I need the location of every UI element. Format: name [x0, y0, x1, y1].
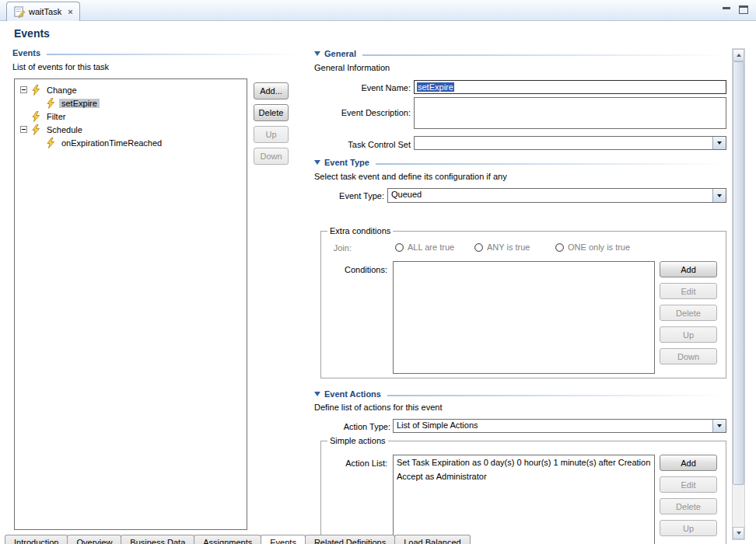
events-tree[interactable]: Change setExpire Filter Schedule onExpir… — [14, 78, 247, 530]
collapse-expander-icon[interactable] — [20, 86, 27, 93]
dropdown-arrow-icon[interactable] — [712, 189, 726, 202]
add-event-button[interactable]: Add... — [254, 82, 289, 99]
page-title: Events — [14, 27, 50, 40]
event-name-value: setExpire — [417, 82, 454, 92]
tree-item-onexpirationtimereached[interactable]: onExpirationTimeReached — [15, 136, 247, 149]
scroll-down-icon[interactable] — [733, 527, 744, 539]
delete-event-button[interactable]: Delete — [254, 104, 289, 121]
dropdown-arrow-icon[interactable] — [712, 137, 726, 149]
section-separator — [376, 163, 728, 165]
radio-icon[interactable] — [395, 243, 404, 252]
tree-item-label: Filter — [44, 112, 68, 121]
maximize-icon[interactable] — [739, 5, 748, 14]
actions-up-button[interactable]: Up — [660, 520, 717, 536]
section-separator — [362, 54, 728, 56]
event-lightning-icon — [45, 138, 56, 148]
event-actions-section-subtitle: Define list of actions for this event — [314, 403, 442, 412]
scroll-up-icon[interactable] — [733, 49, 744, 61]
tree-item-schedule[interactable]: Schedule — [15, 123, 247, 136]
tree-item-label: onExpirationTimeReached — [59, 138, 164, 148]
conditions-add-button[interactable]: Add — [660, 261, 717, 277]
tree-item-label: Schedule — [44, 125, 85, 134]
actions-add-button[interactable]: Add — [660, 455, 717, 471]
task-control-set-combo[interactable] — [414, 136, 726, 150]
task-control-set-value — [415, 137, 712, 149]
tab-close-icon[interactable]: × — [68, 7, 72, 16]
chevron-down-icon[interactable] — [314, 51, 320, 56]
tab-events[interactable]: Events — [261, 535, 306, 544]
action-list-item[interactable]: Set Task Expiration as 0 day(s) 0 hour(s… — [394, 455, 654, 469]
event-name-field[interactable]: setExpire — [414, 80, 726, 94]
action-type-combo[interactable]: List of Simple Actions — [393, 419, 726, 433]
event-type-section-subtitle: Select task event and define its configu… — [314, 172, 507, 181]
move-down-event-button[interactable]: Down — [254, 148, 289, 165]
conditions-delete-button[interactable]: Delete — [660, 305, 717, 321]
tab-related-definitions[interactable]: Related Definitions — [305, 535, 395, 544]
general-section-title: General — [324, 49, 356, 58]
conditions-label: Conditions: — [310, 265, 387, 274]
event-name-label: Event Name: — [310, 83, 411, 92]
editor-tab-label: waitTask — [29, 7, 61, 16]
actions-edit-button[interactable]: Edit — [660, 476, 717, 493]
radio-label: ONE only is true — [568, 242, 630, 252]
chevron-down-icon[interactable] — [314, 392, 320, 396]
tree-item-label: setExpire — [59, 99, 100, 108]
section-separator — [47, 54, 300, 55]
conditions-up-button[interactable]: Up — [660, 326, 717, 343]
collapse-expander-icon[interactable] — [20, 126, 27, 133]
scrollbar-thumb[interactable] — [733, 61, 744, 485]
radio-icon[interactable] — [555, 243, 564, 252]
event-type-label: Event Type: — [310, 191, 384, 201]
radio-label: ANY is true — [487, 242, 530, 252]
event-type-value: Queued — [388, 189, 712, 202]
conditions-down-button[interactable]: Down — [660, 348, 717, 364]
radio-icon[interactable] — [474, 243, 483, 252]
tree-item-label: Change — [44, 85, 79, 95]
dropdown-arrow-icon[interactable] — [712, 420, 726, 432]
minimize-icon[interactable] — [722, 5, 731, 14]
action-type-value: List of Simple Actions — [394, 420, 712, 432]
join-label: Join: — [310, 243, 352, 253]
simple-actions-legend: Simple actions — [327, 436, 388, 445]
events-section-title: Events — [12, 48, 40, 58]
events-section-header: Events — [12, 47, 300, 58]
task-editor-icon — [13, 6, 25, 18]
action-list-label: Action List: — [310, 459, 387, 468]
tab-introduction[interactable]: Introduction — [5, 535, 68, 544]
radio-all-are-true[interactable]: ALL are true — [395, 242, 454, 252]
event-description-label: Event Description: — [310, 108, 411, 117]
tree-item-setexpire[interactable]: setExpire — [15, 96, 247, 110]
tab-load-balanced[interactable]: Load Balanced — [394, 535, 470, 544]
conditions-edit-button[interactable]: Edit — [660, 283, 717, 299]
tab-assignments[interactable]: Assignments — [194, 535, 261, 544]
section-separator — [387, 395, 728, 396]
extra-conditions-legend: Extra conditions — [327, 226, 393, 235]
action-list[interactable]: Set Task Expiration as 0 day(s) 0 hour(s… — [393, 455, 655, 544]
event-type-section-header[interactable]: Event Type — [314, 157, 728, 168]
action-list-item[interactable]: Accept as Administrator — [394, 469, 654, 483]
event-actions-section-title: Event Actions — [324, 389, 381, 399]
radio-any-is-true[interactable]: ANY is true — [474, 242, 530, 252]
editor-tab-bar: waitTask × — [0, 0, 756, 21]
actions-delete-button[interactable]: Delete — [660, 498, 717, 514]
move-up-event-button[interactable]: Up — [254, 126, 289, 143]
tree-item-change[interactable]: Change — [15, 83, 247, 96]
task-control-set-label: Task Control Set — [310, 140, 411, 149]
event-lightning-icon — [30, 111, 41, 122]
editor-tab-waittask[interactable]: waitTask × — [6, 2, 80, 21]
general-section-subtitle: General Information — [314, 63, 390, 72]
event-lightning-icon — [30, 85, 41, 96]
event-type-combo[interactable]: Queued — [387, 188, 726, 203]
vertical-scrollbar[interactable] — [732, 48, 745, 540]
conditions-list[interactable] — [393, 261, 655, 374]
general-section-header[interactable]: General — [314, 48, 728, 59]
radio-label: ALL are true — [408, 242, 454, 252]
chevron-down-icon[interactable] — [314, 160, 320, 165]
event-description-field[interactable] — [414, 97, 726, 129]
tab-business-data[interactable]: Business Data — [121, 535, 194, 544]
event-actions-section-header[interactable]: Event Actions — [314, 389, 728, 399]
radio-one-only-is-true[interactable]: ONE only is true — [555, 242, 630, 252]
tree-item-filter[interactable]: Filter — [15, 110, 247, 123]
tab-overview[interactable]: Overview — [67, 535, 121, 544]
bottom-tab-bar: Introduction Overview Business Data Assi… — [5, 535, 470, 544]
